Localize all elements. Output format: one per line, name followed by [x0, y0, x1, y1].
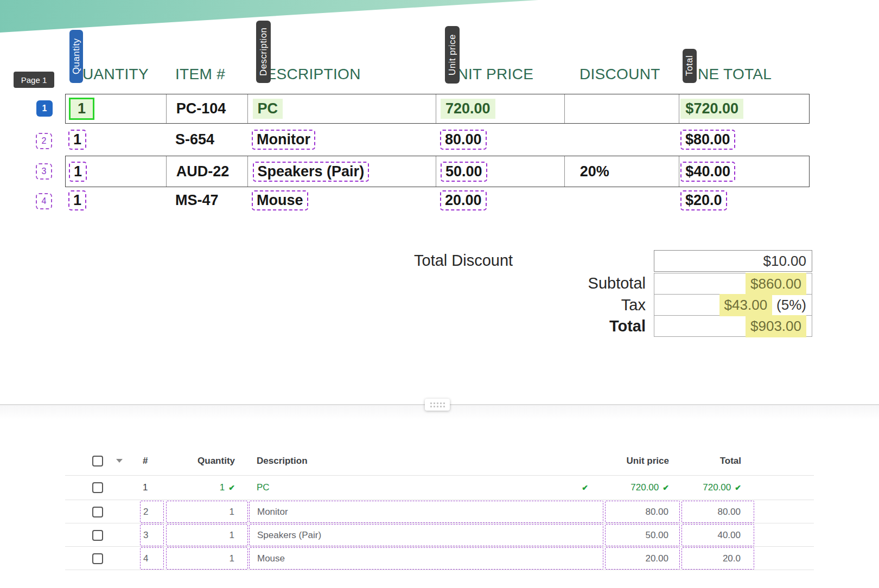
invoice-item-number: PC-104 — [176, 100, 226, 117]
annotation-tax-captured[interactable]: $43.00 — [719, 294, 773, 316]
field-tag-description[interactable]: Description — [256, 21, 271, 83]
annotation-line-total-captured[interactable]: $720.00 — [680, 99, 743, 119]
row-badge-2-label: 2 — [42, 136, 47, 146]
field-tag-total[interactable]: Total — [683, 49, 697, 83]
grid-description-value[interactable]: Mouse — [257, 553, 285, 564]
page-indicator-tag: Page 1 — [14, 72, 54, 88]
summary-tax-box: $43.00 (5%) — [654, 294, 812, 316]
row-badge-1[interactable]: 1 — [36, 100, 53, 117]
invoice-item-number: MS-47 — [175, 192, 219, 209]
grid-total-value[interactable]: 80.00 — [717, 507, 741, 517]
field-tag-quantity-label: Quantity — [71, 39, 82, 75]
validated-check-icon: ✔ — [663, 483, 669, 492]
page-indicator-label: Page 1 — [21, 75, 47, 85]
grid-row-number[interactable]: 2 — [143, 507, 148, 517]
row-checkbox[interactable] — [92, 507, 103, 517]
annotation-description-pending[interactable]: Mouse — [252, 190, 308, 210]
field-tag-quantity[interactable]: Quantity — [69, 30, 83, 83]
grid-row-3[interactable]: 3 1 Speakers (Pair) 50.00 40.00 — [65, 523, 814, 547]
field-tag-unit-price-label: Unit price — [447, 34, 458, 75]
invoice-row-3: 1 AUD-22 Speakers (Pair) 50.00 20% $40.0… — [65, 156, 810, 187]
summary-tax-label: Tax — [621, 296, 646, 314]
annotation-line-total-pending[interactable]: $40.00 — [680, 162, 735, 182]
annotation-total-captured[interactable]: $903.00 — [746, 315, 806, 337]
select-all-checkbox[interactable] — [92, 456, 103, 466]
grid-row-number: 1 — [143, 482, 148, 493]
summary-total-box: $903.00 — [654, 315, 812, 337]
annotation-unit-price-pending[interactable]: 50.00 — [441, 162, 487, 182]
summary-discount-value: $10.00 — [763, 253, 806, 270]
annotation-subtotal-captured[interactable]: $860.00 — [746, 273, 806, 295]
grid-description-value[interactable]: PC — [257, 482, 270, 493]
annotation-quantity-pending[interactable]: 1 — [69, 162, 87, 182]
summary-tax-rate: (5%) — [776, 297, 806, 314]
validated-check-icon: ✔ — [735, 483, 741, 492]
summary-total-label: Total — [609, 317, 646, 335]
grid-header-quantity: Quantity — [198, 456, 235, 466]
grid-row-1[interactable]: 1 1✔ PC✔ 720.00✔ 720.00✔ — [65, 476, 814, 499]
grid-header-total: Total — [720, 456, 741, 466]
invoice-col-header-discount: DISCOUNT — [579, 66, 660, 83]
grid-quantity-value[interactable]: 1 — [230, 507, 234, 517]
grid-header-unit-price: Unit price — [627, 456, 669, 466]
annotation-line-total-pending[interactable]: $20.0 — [680, 190, 727, 210]
grid-quantity-value[interactable]: 1 — [230, 530, 234, 541]
annotation-line-total-pending[interactable]: $80.00 — [680, 130, 735, 150]
invoice-col-header-item: ITEM # — [175, 66, 225, 83]
annotation-quantity-selected[interactable]: 1 — [69, 98, 94, 120]
invoice-col-header-line-total: LINE TOTAL — [685, 66, 772, 83]
row-badge-3[interactable]: 3 — [36, 163, 52, 180]
invoice-row-1: 1 PC-104 PC 720.00 $720.00 — [65, 94, 810, 124]
annotation-description-captured[interactable]: PC — [253, 99, 283, 119]
annotation-workspace: Page 1 Quantity Description Unit price T… — [0, 0, 879, 588]
grid-total-value[interactable]: 40.00 — [717, 530, 741, 541]
invoice-row-2: 1 S-654 Monitor 80.00 $80.00 — [65, 124, 810, 156]
invoice-line-items-table: 1 PC-104 PC 720.00 $720.00 1 S-654 Monit… — [65, 94, 810, 214]
invoice-col-header-description: DESCRIPTION — [255, 66, 361, 83]
annotation-quantity-pending[interactable]: 1 — [68, 130, 86, 150]
annotation-quantity-pending[interactable]: 1 — [68, 190, 86, 210]
row-badge-1-label: 1 — [42, 104, 47, 113]
row-badge-2[interactable]: 2 — [36, 133, 52, 149]
annotation-unit-price-pending[interactable]: 20.00 — [440, 190, 487, 210]
chevron-down-icon[interactable] — [116, 459, 123, 463]
invoice-item-number: S-654 — [175, 131, 214, 148]
grid-row-number[interactable]: 3 — [143, 530, 148, 541]
grid-unit-price-value[interactable]: 20.00 — [645, 553, 668, 564]
invoice-row-4: 1 MS-47 Mouse 20.00 $20.0 — [65, 187, 810, 214]
grid-quantity-value[interactable]: 1 — [230, 553, 234, 564]
grid-unit-price-value[interactable]: 50.00 — [645, 530, 668, 541]
grid-header-description: Description — [257, 456, 308, 466]
field-tag-unit-price[interactable]: Unit price — [445, 26, 460, 84]
grid-unit-price-value[interactable]: 720.00 — [630, 482, 659, 493]
grid-header-number: # — [143, 456, 148, 466]
row-badge-3-label: 3 — [42, 167, 47, 176]
row-checkbox[interactable] — [92, 482, 103, 493]
grid-description-value[interactable]: Monitor — [257, 507, 288, 517]
row-badge-4[interactable]: 4 — [36, 193, 52, 209]
grid-description-value[interactable]: Speakers (Pair) — [257, 530, 321, 541]
grid-row-2[interactable]: 2 1 Monitor 80.00 80.00 — [65, 500, 814, 523]
annotation-unit-price-captured[interactable]: 720.00 — [441, 99, 495, 119]
annotation-description-pending[interactable]: Monitor — [252, 130, 315, 150]
summary-values-block: $10.00 $860.00 $43.00 (5%) $903.00 — [654, 250, 812, 337]
annotation-unit-price-pending[interactable]: 80.00 — [440, 130, 487, 150]
grid-row-4[interactable]: 4 1 Mouse 20.00 20.0 — [65, 547, 814, 570]
grid-quantity-value[interactable]: 1 — [220, 482, 225, 493]
summary-discount-box: $10.00 — [654, 250, 812, 272]
grid-unit-price-value[interactable]: 80.00 — [645, 507, 668, 517]
field-tag-total-label: Total — [684, 56, 695, 76]
validated-check-icon: ✔ — [582, 483, 588, 492]
annotation-description-pending[interactable]: Speakers (Pair) — [253, 162, 370, 182]
validated-check-icon: ✔ — [228, 483, 235, 492]
grid-separator — [65, 570, 814, 570]
row-badge-4-label: 4 — [42, 196, 47, 206]
pane-resize-handle[interactable] — [425, 399, 450, 411]
row-checkbox[interactable] — [92, 530, 103, 541]
grid-total-value[interactable]: 720.00 — [703, 482, 731, 493]
grid-row-number[interactable]: 4 — [143, 553, 148, 564]
grid-total-value[interactable]: 20.0 — [723, 553, 741, 564]
row-checkbox[interactable] — [92, 553, 103, 564]
invoice-item-number: AUD-22 — [176, 163, 230, 180]
document-canvas[interactable]: Page 1 Quantity Description Unit price T… — [0, 0, 879, 405]
